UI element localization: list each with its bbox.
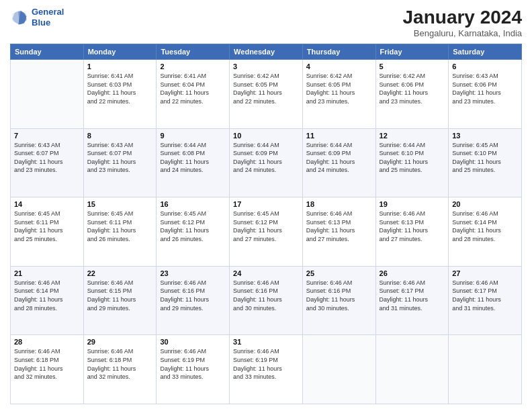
day-info: Sunrise: 6:42 AM Sunset: 6:05 PM Dayligh… [306,72,372,105]
day-number: 2 [160,62,226,71]
calendar-cell: 4Sunrise: 6:42 AM Sunset: 6:05 PM Daylig… [302,60,375,129]
calendar-cell: 22Sunrise: 6:46 AM Sunset: 6:15 PM Dayli… [83,266,157,335]
month-title: January 2024 [403,7,522,28]
day-number: 31 [233,338,299,346]
day-info: Sunrise: 6:44 AM Sunset: 6:09 PM Dayligh… [306,141,372,175]
day-info: Sunrise: 6:46 AM Sunset: 6:15 PM Dayligh… [87,279,153,312]
day-number: 28 [14,338,80,346]
day-number: 16 [160,200,226,208]
day-info: Sunrise: 6:46 AM Sunset: 6:18 PM Dayligh… [87,347,153,381]
day-of-week-header: Sunday [11,44,84,60]
calendar-cell: 25Sunrise: 6:46 AM Sunset: 6:16 PM Dayli… [302,266,375,335]
subtitle: Bengaluru, Karnataka, India [403,28,522,38]
calendar-cell: 12Sunrise: 6:44 AM Sunset: 6:10 PM Dayli… [375,128,449,197]
day-info: Sunrise: 6:45 AM Sunset: 6:10 PM Dayligh… [452,141,518,175]
day-info: Sunrise: 6:46 AM Sunset: 6:16 PM Dayligh… [306,279,372,312]
calendar-cell: 18Sunrise: 6:46 AM Sunset: 6:13 PM Dayli… [302,197,375,267]
day-info: Sunrise: 6:46 AM Sunset: 6:17 PM Dayligh… [452,279,518,312]
day-of-week-header: Friday [375,44,449,60]
day-number: 12 [380,132,445,140]
day-number: 19 [380,200,445,208]
day-info: Sunrise: 6:46 AM Sunset: 6:18 PM Dayligh… [14,347,80,381]
day-number: 15 [87,200,153,208]
calendar-cell: 30Sunrise: 6:46 AM Sunset: 6:19 PM Dayli… [157,335,230,404]
calendar-week-row: 21Sunrise: 6:46 AM Sunset: 6:14 PM Dayli… [11,266,522,335]
logo: General Blue [10,7,64,28]
calendar-cell [375,335,449,404]
calendar-cell: 27Sunrise: 6:46 AM Sunset: 6:17 PM Dayli… [449,266,522,335]
calendar-cell: 17Sunrise: 6:45 AM Sunset: 6:12 PM Dayli… [230,197,303,267]
day-number: 23 [160,269,226,277]
calendar-cell: 13Sunrise: 6:45 AM Sunset: 6:10 PM Dayli… [449,128,522,197]
day-info: Sunrise: 6:44 AM Sunset: 6:08 PM Dayligh… [160,141,226,175]
day-of-week-header: Monday [83,44,157,60]
calendar-week-row: 28Sunrise: 6:46 AM Sunset: 6:18 PM Dayli… [11,335,522,404]
calendar-cell [302,335,375,404]
calendar-cell: 19Sunrise: 6:46 AM Sunset: 6:13 PM Dayli… [375,197,449,267]
calendar-cell: 8Sunrise: 6:43 AM Sunset: 6:07 PM Daylig… [83,128,157,197]
day-number: 11 [306,132,372,140]
logo-line2: Blue [32,17,64,28]
day-number: 13 [452,132,518,140]
calendar-cell: 26Sunrise: 6:46 AM Sunset: 6:17 PM Dayli… [375,266,449,335]
calendar-cell: 23Sunrise: 6:46 AM Sunset: 6:16 PM Dayli… [157,266,230,335]
calendar-cell: 9Sunrise: 6:44 AM Sunset: 6:08 PM Daylig… [157,128,230,197]
day-info: Sunrise: 6:46 AM Sunset: 6:16 PM Dayligh… [233,279,299,312]
day-number: 10 [233,132,299,140]
day-number: 1 [87,62,153,71]
calendar-cell: 5Sunrise: 6:42 AM Sunset: 6:06 PM Daylig… [375,60,449,129]
day-info: Sunrise: 6:46 AM Sunset: 6:14 PM Dayligh… [452,210,518,243]
calendar-cell: 10Sunrise: 6:44 AM Sunset: 6:09 PM Dayli… [230,128,303,197]
calendar-week-row: 14Sunrise: 6:45 AM Sunset: 6:11 PM Dayli… [11,197,522,267]
day-info: Sunrise: 6:46 AM Sunset: 6:19 PM Dayligh… [160,347,226,381]
calendar-cell: 29Sunrise: 6:46 AM Sunset: 6:18 PM Dayli… [83,335,157,404]
day-info: Sunrise: 6:44 AM Sunset: 6:10 PM Dayligh… [380,141,445,175]
day-number: 27 [452,269,518,277]
calendar-cell: 28Sunrise: 6:46 AM Sunset: 6:18 PM Dayli… [11,335,84,404]
calendar-cell: 14Sunrise: 6:45 AM Sunset: 6:11 PM Dayli… [11,197,84,267]
page: General Blue January 2024 Bengaluru, Kar… [0,0,532,411]
day-of-week-header: Wednesday [230,44,303,60]
day-number: 9 [160,132,226,140]
day-info: Sunrise: 6:46 AM Sunset: 6:14 PM Dayligh… [14,279,80,312]
calendar-cell: 20Sunrise: 6:46 AM Sunset: 6:14 PM Dayli… [449,197,522,267]
day-info: Sunrise: 6:43 AM Sunset: 6:07 PM Dayligh… [87,141,153,175]
day-number: 8 [87,132,153,140]
day-number: 18 [306,200,372,208]
day-info: Sunrise: 6:46 AM Sunset: 6:13 PM Dayligh… [380,210,445,243]
day-number: 4 [306,62,372,71]
day-number: 25 [306,269,372,277]
day-info: Sunrise: 6:45 AM Sunset: 6:11 PM Dayligh… [87,210,153,243]
day-number: 17 [233,200,299,208]
calendar-header: SundayMondayTuesdayWednesdayThursdayFrid… [11,44,522,60]
calendar-week-row: 1Sunrise: 6:41 AM Sunset: 6:03 PM Daylig… [11,60,522,129]
day-info: Sunrise: 6:46 AM Sunset: 6:16 PM Dayligh… [160,279,226,312]
calendar-cell: 21Sunrise: 6:46 AM Sunset: 6:14 PM Dayli… [11,266,84,335]
day-number: 24 [233,269,299,277]
day-info: Sunrise: 6:44 AM Sunset: 6:09 PM Dayligh… [233,141,299,175]
day-of-week-header: Tuesday [157,44,230,60]
day-number: 21 [14,269,80,277]
calendar-cell: 2Sunrise: 6:41 AM Sunset: 6:04 PM Daylig… [157,60,230,129]
day-info: Sunrise: 6:41 AM Sunset: 6:03 PM Dayligh… [87,72,153,105]
calendar-cell: 3Sunrise: 6:42 AM Sunset: 6:05 PM Daylig… [230,60,303,129]
logo-icon [10,8,29,27]
day-number: 26 [380,269,445,277]
day-number: 22 [87,269,153,277]
day-number: 29 [87,338,153,346]
day-of-week-header: Saturday [449,44,522,60]
day-info: Sunrise: 6:46 AM Sunset: 6:17 PM Dayligh… [380,279,445,312]
day-number: 6 [452,62,518,71]
day-info: Sunrise: 6:42 AM Sunset: 6:06 PM Dayligh… [380,72,445,105]
calendar-cell: 6Sunrise: 6:43 AM Sunset: 6:06 PM Daylig… [449,60,522,129]
calendar-cell: 24Sunrise: 6:46 AM Sunset: 6:16 PM Dayli… [230,266,303,335]
day-info: Sunrise: 6:43 AM Sunset: 6:07 PM Dayligh… [14,141,80,175]
day-number: 20 [452,200,518,208]
calendar-body: 1Sunrise: 6:41 AM Sunset: 6:03 PM Daylig… [11,60,522,404]
day-info: Sunrise: 6:46 AM Sunset: 6:13 PM Dayligh… [306,210,372,243]
day-info: Sunrise: 6:45 AM Sunset: 6:12 PM Dayligh… [233,210,299,243]
calendar-week-row: 7Sunrise: 6:43 AM Sunset: 6:07 PM Daylig… [11,128,522,197]
day-number: 7 [14,132,80,140]
calendar-cell: 15Sunrise: 6:45 AM Sunset: 6:11 PM Dayli… [83,197,157,267]
logo-line1: General [32,7,64,17]
